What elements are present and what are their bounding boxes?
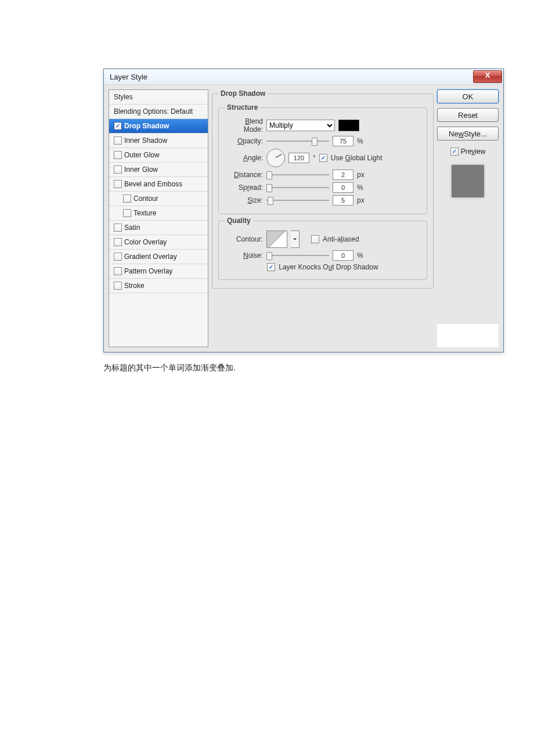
size-label: Size: bbox=[225, 196, 263, 204]
angle-dial[interactable] bbox=[266, 149, 285, 167]
styles-list: Styles Blending Options: Default Drop Sh… bbox=[109, 89, 208, 347]
style-label: Color Overlay bbox=[124, 238, 167, 246]
settings-panel: Drop Shadow Structure Blend Mode: Multip… bbox=[212, 89, 434, 346]
titlebar[interactable]: Layer Style X bbox=[104, 69, 503, 84]
style-inner-glow[interactable]: Inner Glow bbox=[109, 163, 208, 177]
distance-input[interactable]: 2 bbox=[333, 170, 353, 180]
style-bevel-emboss[interactable]: Bevel and Emboss bbox=[109, 177, 208, 192]
style-stroke[interactable]: Stroke bbox=[109, 279, 208, 293]
preview-checkbox[interactable] bbox=[450, 147, 459, 156]
styles-header[interactable]: Styles bbox=[109, 90, 208, 105]
ok-button[interactable]: OK bbox=[437, 89, 499, 103]
style-label: Satin bbox=[124, 224, 140, 232]
size-slider[interactable] bbox=[266, 197, 329, 203]
structure-title: Structure bbox=[225, 103, 260, 111]
checkbox-icon[interactable] bbox=[114, 282, 122, 290]
checkbox-icon[interactable] bbox=[114, 180, 122, 188]
opacity-input[interactable]: 75 bbox=[333, 136, 353, 146]
page-caption: 为标题的其中一个单词添加渐变叠加. bbox=[103, 363, 502, 373]
preview-swatch bbox=[452, 165, 484, 197]
checkbox-icon[interactable] bbox=[123, 195, 131, 203]
style-label: Texture bbox=[134, 209, 156, 217]
percent-unit: % bbox=[357, 251, 369, 260]
quality-group: Quality Contour: Anti-aliased bbox=[218, 217, 427, 280]
style-label: Outer Glow bbox=[124, 151, 160, 159]
close-button[interactable]: X bbox=[473, 70, 502, 83]
distance-slider[interactable] bbox=[266, 172, 329, 178]
contour-label: Contour: bbox=[225, 235, 263, 243]
style-outer-glow[interactable]: Outer Glow bbox=[109, 148, 208, 163]
checkbox-icon[interactable] bbox=[114, 122, 122, 130]
spread-slider[interactable] bbox=[266, 185, 329, 190]
style-label: Stroke bbox=[124, 282, 145, 290]
global-light-checkbox[interactable] bbox=[319, 154, 327, 162]
style-satin[interactable]: Satin bbox=[109, 221, 208, 235]
style-label: Gradient Overlay bbox=[124, 253, 177, 261]
angle-label: Angle: bbox=[225, 154, 263, 162]
style-label: Inner Shadow bbox=[124, 136, 167, 145]
layer-style-dialog: Layer Style X Styles Blending Options: D… bbox=[103, 69, 504, 352]
distance-label: Distance: bbox=[225, 171, 263, 179]
reset-button[interactable]: Reset bbox=[437, 108, 499, 122]
style-gradient-overlay[interactable]: Gradient Overlay bbox=[109, 250, 208, 264]
structure-group: Structure Blend Mode: Multiply Opacity: bbox=[218, 103, 427, 214]
opacity-slider[interactable] bbox=[266, 138, 329, 144]
style-label: Contour bbox=[134, 195, 158, 203]
blending-options-row[interactable]: Blending Options: Default bbox=[109, 105, 208, 119]
spread-input[interactable]: 0 bbox=[333, 182, 353, 193]
checkbox-icon[interactable] bbox=[114, 165, 122, 174]
px-unit: px bbox=[357, 171, 369, 179]
style-label: Pattern Overlay bbox=[124, 267, 172, 275]
percent-unit: % bbox=[357, 137, 369, 145]
knockout-checkbox[interactable] bbox=[267, 263, 275, 271]
style-pattern-overlay[interactable]: Pattern Overlay bbox=[109, 264, 208, 279]
dialog-title: Layer Style bbox=[110, 73, 147, 81]
preview-label: Preview bbox=[461, 147, 486, 156]
noise-input[interactable]: 0 bbox=[333, 250, 353, 261]
style-label: Inner Glow bbox=[124, 165, 158, 174]
px-unit: px bbox=[357, 196, 369, 204]
size-input[interactable]: 5 bbox=[333, 195, 353, 206]
checkbox-icon[interactable] bbox=[114, 253, 122, 261]
style-label: Drop Shadow bbox=[124, 122, 169, 130]
opacity-label: Opacity: bbox=[225, 137, 263, 145]
contour-dropdown-icon[interactable] bbox=[291, 231, 300, 248]
shadow-color-swatch[interactable] bbox=[338, 120, 359, 131]
spread-label: Spread: bbox=[225, 183, 263, 192]
style-contour[interactable]: Contour bbox=[109, 192, 208, 206]
dialog-buttons: OK Reset New Style... Preview bbox=[437, 89, 499, 347]
checkbox-icon[interactable] bbox=[114, 151, 122, 159]
checkbox-icon[interactable] bbox=[114, 267, 122, 275]
quality-title: Quality bbox=[225, 217, 253, 225]
checkbox-icon[interactable] bbox=[114, 224, 122, 232]
blend-mode-label: Blend Mode: bbox=[225, 117, 263, 134]
blend-mode-select[interactable]: Multiply bbox=[266, 120, 335, 131]
antialias-checkbox[interactable] bbox=[311, 235, 319, 243]
group-title: Drop Shadow bbox=[218, 89, 268, 98]
global-light-label: Use Global Light bbox=[331, 154, 383, 162]
new-style-button[interactable]: New Style... bbox=[437, 127, 499, 141]
style-label: Bevel and Emboss bbox=[124, 180, 182, 188]
style-texture[interactable]: Texture bbox=[109, 206, 208, 221]
degree-unit: ° bbox=[313, 154, 316, 162]
antialias-label: Anti-aliased bbox=[323, 235, 359, 243]
white-patch bbox=[437, 324, 499, 347]
angle-input[interactable]: 120 bbox=[288, 153, 309, 163]
noise-label: Noise: bbox=[225, 251, 263, 260]
contour-swatch[interactable] bbox=[266, 231, 287, 248]
knockout-label: Layer Knocks Out Drop Shadow bbox=[279, 263, 378, 271]
checkbox-icon[interactable] bbox=[114, 238, 122, 246]
checkbox-icon[interactable] bbox=[123, 209, 131, 217]
style-color-overlay[interactable]: Color Overlay bbox=[109, 235, 208, 250]
percent-unit: % bbox=[357, 183, 369, 192]
checkbox-icon[interactable] bbox=[114, 136, 122, 145]
drop-shadow-group: Drop Shadow Structure Blend Mode: Multip… bbox=[212, 89, 434, 289]
noise-slider[interactable] bbox=[266, 253, 329, 258]
style-drop-shadow[interactable]: Drop Shadow bbox=[109, 119, 208, 134]
style-inner-shadow[interactable]: Inner Shadow bbox=[109, 134, 208, 148]
